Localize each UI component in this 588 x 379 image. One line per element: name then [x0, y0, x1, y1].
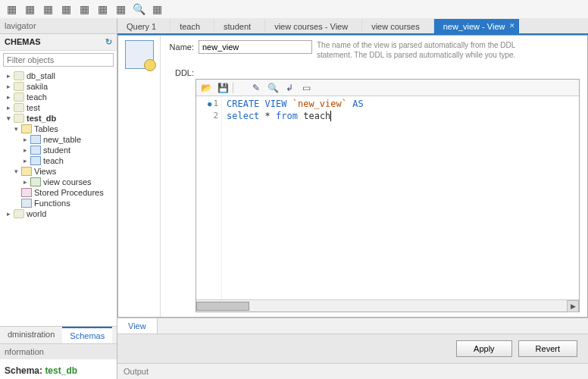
tab-strip: Query 1 teach student view courses - Vie… [117, 18, 588, 35]
folder-stored-procedures[interactable]: Stored Procedures [0, 187, 117, 198]
ddl-toolbar: 📂 💾 ✎ 🔍 ↲ ▭ [196, 80, 579, 96]
table-new-table[interactable]: ▸new_table [0, 134, 117, 145]
tab-teach[interactable]: teach [170, 19, 214, 33]
line-gutter: ●1 2 [196, 96, 222, 299]
navigator-panel: lavigator CHEMAS ↻ ▸db_stall ▸sakila ▸te… [0, 18, 117, 379]
name-row: Name: The name of the view is parsed aut… [161, 36, 587, 61]
schemas-header: CHEMAS ↻ [0, 34, 117, 51]
toolbar-icon-3[interactable]: ▦ [39, 1, 56, 17]
schema-tree: ▸db_stall ▸sakila ▸teach ▸test ▾test_db … [0, 69, 117, 326]
editor-frame: Name: The name of the view is parsed aut… [117, 35, 588, 318]
schema-info: Schema: test_db [0, 359, 117, 379]
code-area[interactable]: ●1 2 CREATE VIEW `new_view` AS select * … [196, 96, 579, 299]
scroll-thumb[interactable] [196, 302, 249, 311]
sub-tab-view[interactable]: View [117, 318, 158, 334]
toolbar-search-icon[interactable]: 🔍 [130, 1, 147, 17]
close-icon[interactable]: ✕ [509, 22, 515, 30]
tab-view-courses-view[interactable]: view courses - View [265, 19, 362, 33]
toolbar-icon-6[interactable]: ▦ [94, 1, 111, 17]
revert-button[interactable]: Revert [518, 340, 577, 357]
editor-panel: Query 1 teach student view courses - Vie… [117, 18, 588, 379]
folder-views[interactable]: ▾Views [0, 166, 117, 177]
table-student[interactable]: ▸student [0, 145, 117, 155]
side-tabs: dministration Schemas [0, 326, 117, 343]
beautify-icon[interactable]: ✎ [249, 81, 263, 95]
db-teach[interactable]: ▸teach [0, 92, 117, 102]
folder-functions[interactable]: Functions [0, 198, 117, 208]
code-text[interactable]: CREATE VIEW `new_view` AS select * from … [222, 96, 579, 299]
filter-box [3, 53, 114, 67]
save-icon[interactable]: 💾 [216, 81, 230, 95]
horizontal-scrollbar[interactable]: ▶ [196, 299, 579, 312]
toolbar-icon-5[interactable]: ▦ [76, 1, 92, 17]
sub-tabs: View [117, 318, 588, 334]
navigator-header: lavigator [0, 18, 117, 34]
tab-student[interactable]: student [214, 19, 265, 33]
open-icon[interactable]: 📂 [199, 81, 213, 95]
toolbar-icon-2[interactable]: ▦ [21, 1, 38, 17]
information-header: nformation [0, 343, 117, 359]
ddl-row: DDL: [161, 61, 587, 77]
toolbar-icon-1[interactable]: ▦ [3, 1, 20, 17]
tab-administration[interactable]: dministration [0, 327, 62, 343]
tab-query1[interactable]: Query 1 [117, 19, 170, 33]
schema-value: test_db [45, 365, 77, 376]
db-test-db[interactable]: ▾test_db [0, 113, 117, 124]
top-toolbar: ▦ ▦ ▦ ▦ ▦ ▦ ▦ 🔍 ▦ [0, 0, 588, 18]
refresh-icon[interactable]: ↻ [105, 37, 112, 47]
name-hint: The name of the view is parsed automatic… [317, 40, 580, 60]
toolbar-icon-4[interactable]: ▦ [58, 1, 74, 17]
tab-schemas[interactable]: Schemas [62, 327, 112, 343]
apply-button[interactable]: Apply [456, 340, 512, 357]
tab-view-courses[interactable]: view courses [362, 19, 434, 33]
toolbar-icon-9[interactable]: ▦ [149, 1, 165, 17]
view-icon-gutter [118, 36, 161, 317]
ddl-editor: 📂 💾 ✎ 🔍 ↲ ▭ ●1 2 CREATE VIEW `new_vi [195, 79, 580, 312]
folder-tables[interactable]: ▾Tables [0, 124, 117, 134]
scroll-right-arrow[interactable]: ▶ [567, 300, 579, 312]
view-view-courses[interactable]: ▸view courses [0, 177, 117, 187]
db-test[interactable]: ▸test [0, 102, 117, 113]
toggle-icon[interactable]: ▭ [299, 81, 313, 95]
ddl-label: DDL: [164, 66, 194, 77]
form-area: Name: The name of the view is parsed aut… [161, 36, 587, 317]
filter-input[interactable] [3, 53, 114, 67]
output-header: Output [117, 363, 588, 379]
name-label: Name: [164, 40, 194, 52]
main-area: lavigator CHEMAS ↻ ▸db_stall ▸sakila ▸te… [0, 18, 588, 379]
schemas-title: CHEMAS [5, 37, 41, 47]
tab-new-view[interactable]: new_view - View✕ [434, 19, 520, 33]
name-input[interactable] [199, 40, 312, 54]
button-row: Apply Revert [117, 334, 588, 363]
db-stall[interactable]: ▸db_stall [0, 70, 117, 81]
db-sakila[interactable]: ▸sakila [0, 81, 117, 92]
wrap-icon[interactable]: ↲ [283, 81, 296, 95]
search-icon[interactable]: 🔍 [266, 81, 280, 95]
db-world[interactable]: ▸world [0, 208, 117, 219]
table-teach[interactable]: ▸teach [0, 155, 117, 166]
schema-label: Schema: [5, 365, 42, 376]
toolbar-icon-7[interactable]: ▦ [112, 1, 129, 17]
view-large-icon [125, 40, 154, 69]
